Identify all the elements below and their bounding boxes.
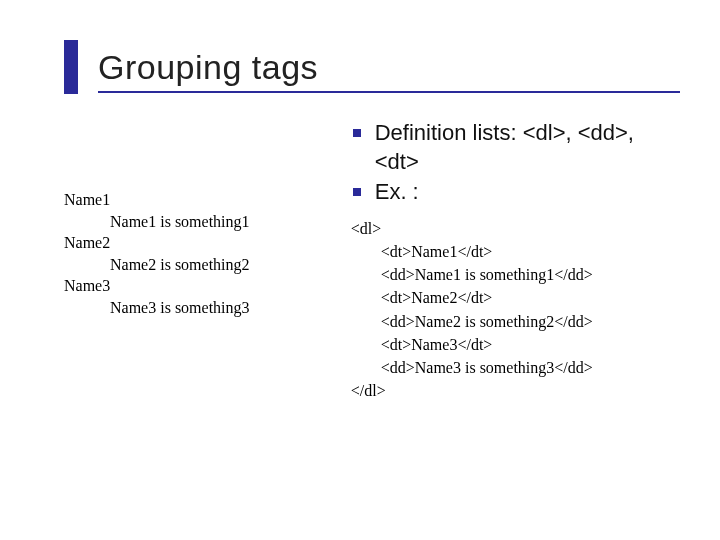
square-bullet-icon xyxy=(353,129,361,137)
title-accent-bar xyxy=(64,40,78,94)
title-block: Grouping tags xyxy=(64,48,680,93)
def-desc: Name1 is something1 xyxy=(110,211,323,233)
def-term: Name2 xyxy=(64,232,323,254)
code-line: <dd>Name3 is something3</dd> xyxy=(381,356,680,379)
content-columns: Name1 Name1 is something1 Name2 Name2 is… xyxy=(64,119,680,402)
def-desc: Name2 is something2 xyxy=(110,254,323,276)
bullet-item: Definition lists: <dl>, <dd>, <dt> xyxy=(351,119,680,176)
bullet-text: Ex. : xyxy=(375,179,419,204)
title-underline xyxy=(98,91,680,93)
left-column: Name1 Name1 is something1 Name2 Name2 is… xyxy=(64,119,323,402)
square-bullet-icon xyxy=(353,188,361,196)
def-desc: Name3 is something3 xyxy=(110,297,323,319)
slide: Grouping tags Name1 Name1 is something1 … xyxy=(0,0,720,540)
code-line: <dd>Name2 is something2</dd> xyxy=(381,310,680,333)
bullet-item: Ex. : xyxy=(351,178,680,207)
code-line: <dd>Name1 is something1</dd> xyxy=(381,263,680,286)
bullet-list: Definition lists: <dl>, <dd>, <dt> Ex. : xyxy=(351,119,680,207)
code-line: <dl> xyxy=(351,217,680,240)
def-term: Name3 xyxy=(64,275,323,297)
code-line: <dt>Name1</dt> xyxy=(381,240,680,263)
code-line: <dt>Name2</dt> xyxy=(381,286,680,309)
def-term: Name1 xyxy=(64,189,323,211)
code-example: <dl> <dt>Name1</dt> <dd>Name1 is somethi… xyxy=(351,217,680,403)
bullet-text: Definition lists: <dl>, <dd>, <dt> xyxy=(375,120,634,174)
slide-title: Grouping tags xyxy=(98,48,680,87)
code-line: </dl> xyxy=(351,379,680,402)
code-line: <dt>Name3</dt> xyxy=(381,333,680,356)
definition-list-rendered: Name1 Name1 is something1 Name2 Name2 is… xyxy=(64,189,323,319)
right-column: Definition lists: <dl>, <dd>, <dt> Ex. :… xyxy=(351,119,680,402)
